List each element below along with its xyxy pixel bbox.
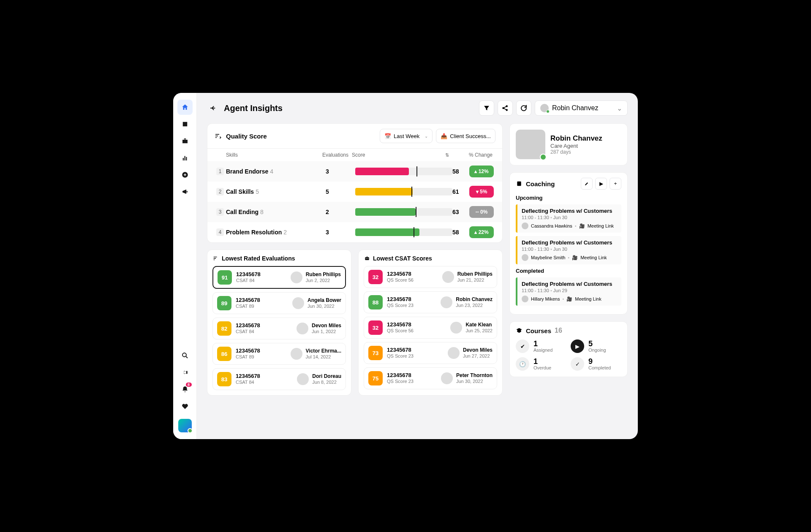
nav-analytics[interactable] (177, 150, 193, 166)
add-button[interactable]: + (610, 178, 621, 190)
inbox-icon: 📥 (441, 133, 447, 139)
meeting-link[interactable]: Meeting Link (580, 255, 607, 260)
eval-item[interactable]: 32 12345678QS Score 56 Ruben PhillipsJun… (364, 266, 497, 288)
nav-add[interactable] (177, 167, 193, 182)
main-content: Agent Insights Robin Chanvez ⌄ Quality S… (197, 93, 638, 439)
sort-icon (212, 255, 219, 262)
team-filter[interactable]: 📥Client Success... (436, 129, 495, 143)
avatar-icon (297, 373, 309, 385)
qs-row[interactable]: 1 Brand Endorse4 3 58 ▴ 12% (207, 161, 502, 182)
sort-arrows-icon[interactable]: ⇅ (445, 152, 449, 158)
lowest-evals-card: Lowest Rated Evaluations 91 12345678CSAT… (207, 250, 351, 396)
eval-item[interactable]: 86 12345678CSAT 89 Victor Ehrma...Jul 14… (212, 343, 346, 365)
avatar-icon (522, 296, 528, 302)
meeting-link[interactable]: Meeting Link (588, 223, 614, 228)
profile-name: Robin Chanvez (550, 134, 602, 143)
profile-card: Robin Chanvez Care Agent 287 days (509, 123, 628, 166)
avatar-icon (291, 271, 302, 283)
avatar-icon (540, 104, 549, 112)
profile-role: Care Agent (550, 143, 602, 149)
avatar-icon (441, 372, 453, 384)
coaching-card: Coaching ▶ + Upcoming Deflecting Problem… (509, 172, 628, 315)
nav-notifications[interactable]: 8 (177, 382, 193, 397)
nav-briefcase[interactable] (177, 133, 193, 149)
check-icon: ✔ (516, 339, 529, 353)
eval-item[interactable]: 88 12345678QS Score 23 Robin ChanvezJun … (364, 291, 497, 313)
qs-row[interactable]: 4 Problem Resolution2 3 58 ▴ 22% (207, 222, 502, 242)
briefcase-icon (181, 137, 189, 145)
avatar-icon (450, 322, 462, 334)
avatar-icon (441, 296, 452, 308)
nav-settings[interactable] (177, 365, 193, 380)
graduation-cap-icon (516, 327, 523, 334)
gear-icon (181, 369, 189, 376)
period-filter[interactable]: 📅Last Week⌄ (380, 129, 433, 143)
svg-point-1 (182, 353, 186, 357)
avatar-icon (292, 297, 304, 309)
avatar-icon (522, 223, 528, 229)
heart-pulse-icon (181, 402, 189, 410)
refresh-icon (520, 104, 528, 112)
bot-icon (364, 255, 370, 262)
svg-point-7 (367, 258, 368, 259)
svg-point-3 (506, 106, 507, 107)
qs-row[interactable]: 2 Call Skills5 5 61 ▾ 5% (207, 182, 502, 202)
page-title: Agent Insights (224, 103, 283, 113)
app-window: 8 Agent Insights Robin Chanvez ⌄ (173, 93, 638, 439)
qs-title: Quality Score (226, 133, 267, 140)
avatar-icon (522, 254, 528, 261)
id-card-icon (181, 120, 189, 128)
edit-icon (584, 181, 589, 186)
nav-health[interactable] (177, 399, 193, 414)
home-icon (181, 103, 189, 111)
done-icon: ✓ (571, 357, 584, 371)
play-button[interactable]: ▶ (595, 178, 607, 190)
video-icon: 🎥 (566, 296, 572, 302)
nav-announce[interactable] (177, 184, 193, 199)
bar-chart-icon (181, 154, 189, 162)
chevron-down-icon: ⌄ (425, 134, 428, 138)
course-stat: ✓ 9Completed (571, 357, 621, 371)
qs-table-header: Skills Evaluations Score⇅ % Change (207, 148, 502, 161)
qs-row[interactable]: 3 Call Ending8 2 63 -- 0% (207, 202, 502, 222)
eval-item[interactable]: 73 12345678QS Score 23 Devon MilesJun 27… (364, 342, 497, 364)
clock-icon: 🕐 (516, 357, 529, 371)
eval-item[interactable]: 82 12345678CSAT 84 Devon MilesJun 1, 202… (212, 318, 346, 339)
notification-badge: 8 (186, 383, 192, 387)
nav-home[interactable] (177, 100, 193, 115)
avatar-icon (297, 323, 308, 334)
refresh-button[interactable] (516, 100, 531, 116)
eval-item[interactable]: 32 12345678QS Score 56 Kate KleanJun 25,… (364, 317, 497, 339)
back-button[interactable] (207, 102, 219, 114)
clipboard-icon (516, 180, 523, 187)
nav-contacts[interactable] (177, 117, 193, 132)
meeting-link[interactable]: Meeting Link (575, 296, 601, 301)
quality-score-card: Quality Score 📅Last Week⌄ 📥Client Succes… (207, 123, 503, 243)
filter-button[interactable] (479, 100, 494, 116)
svg-point-4 (506, 109, 507, 111)
agent-selector[interactable]: Robin Chanvez ⌄ (535, 100, 628, 116)
sort-icon (214, 132, 222, 140)
avatar-icon (448, 347, 460, 359)
eval-item[interactable]: 91 12345678CSAT 84 Ruben PhillipsJun 2, … (212, 266, 346, 289)
nav-search[interactable] (177, 348, 193, 363)
user-avatar[interactable] (178, 419, 192, 432)
share-button[interactable] (498, 100, 513, 116)
eval-item[interactable]: 89 12345678CSAT 89 Angela BowerJun 30, 2… (212, 292, 346, 314)
search-icon (181, 352, 189, 359)
svg-rect-8 (517, 182, 521, 186)
avatar-icon (442, 271, 454, 283)
coaching-session[interactable]: Deflecting Problems w/ Customers 11:00 -… (516, 236, 621, 264)
coaching-session[interactable]: Deflecting Problems w/ Customers 11:00 -… (516, 277, 621, 306)
video-icon: 🎥 (579, 223, 585, 229)
lowest-csat-card: Lowest CSAT Scores 32 12345678QS Score 5… (358, 250, 503, 396)
eval-item[interactable]: 83 12345678CSAT 84 Dori DoreauJun 8, 202… (212, 368, 346, 390)
coaching-session[interactable]: Deflecting Problems w/ Customers 11:00 -… (516, 204, 621, 233)
eval-item[interactable]: 75 12345678QS Score 23 Peter ThorntonJun… (364, 367, 497, 389)
svg-point-2 (503, 108, 504, 109)
plus-circle-icon (181, 171, 189, 179)
megaphone-icon (181, 188, 189, 195)
courses-card: Courses 16 ✔ 1Assigned ▶ 5Ongoing 🕐 1Ove… (509, 321, 628, 377)
edit-button[interactable] (581, 178, 593, 190)
profile-avatar (516, 130, 545, 159)
